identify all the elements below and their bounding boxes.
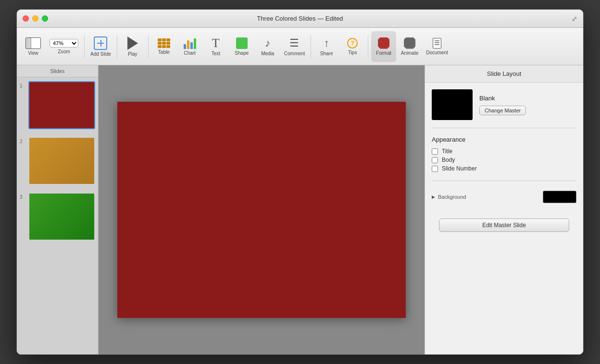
body-checkbox-row: Body (432, 156, 576, 164)
slide-item-2[interactable]: 2 (17, 133, 98, 189)
slide-thumbnail-3[interactable] (28, 193, 95, 241)
fullscreen-button[interactable]: ⤢ (572, 15, 577, 23)
canvas-area[interactable] (99, 65, 425, 354)
right-panel-content: Blank Change Master Appearance Title Bod… (425, 83, 583, 239)
zoom-label: Zoom (58, 49, 70, 54)
layout-preview-thumbnail (432, 89, 473, 120)
media-button[interactable]: ♪ Media (255, 31, 280, 62)
comment-label: Comment (284, 51, 305, 56)
title-checkbox[interactable] (432, 148, 438, 155)
play-button[interactable]: Play (120, 31, 145, 62)
document-icon (433, 38, 441, 49)
toolbar: View 47% 50% 75% 100% Zoom Add Slide Pla… (17, 28, 583, 65)
chart-label: Chart (184, 50, 196, 56)
comment-button[interactable]: ☰ Comment (281, 31, 308, 62)
slide-thumbnail-2[interactable] (28, 137, 95, 185)
chart-button[interactable]: Chart (177, 31, 202, 62)
view-label: View (28, 50, 38, 56)
slide-canvas[interactable] (117, 102, 406, 318)
comment-icon: ☰ (289, 37, 299, 49)
maximize-button[interactable] (42, 15, 48, 22)
document-label: Document (426, 50, 448, 55)
background-color-swatch[interactable] (543, 191, 576, 203)
background-disclosure[interactable]: ▶ Background (432, 194, 466, 200)
slide-number-checkbox-row: Slide Number (432, 164, 576, 173)
toolbar-separator-3 (148, 35, 149, 58)
slide-number-3: 3 (20, 193, 25, 200)
slide-thumbnail-1[interactable] (28, 81, 95, 129)
table-icon (158, 38, 170, 48)
slide-number-2: 2 (20, 137, 25, 144)
main-content: Slides 1 2 3 (17, 65, 583, 354)
slide-number-1: 1 (20, 81, 25, 88)
toolbar-separator-1 (84, 35, 85, 58)
divider-1 (432, 128, 576, 128)
media-label: Media (261, 51, 274, 56)
layout-name: Blank (479, 95, 526, 102)
zoom-control[interactable]: 47% 50% 75% 100% Zoom (47, 31, 81, 62)
view-icon (25, 37, 41, 49)
slide-item-1[interactable]: 1 (17, 77, 98, 133)
slide-layout-header: Slide Layout (425, 65, 583, 83)
shape-icon (236, 37, 248, 49)
appearance-title: Appearance (432, 136, 576, 143)
play-label: Play (128, 51, 137, 57)
toolbar-separator-5 (368, 35, 368, 58)
share-icon: ↑ (324, 37, 329, 49)
shape-button[interactable]: Shape (229, 31, 254, 62)
shape-label: Shape (235, 50, 249, 56)
chart-icon (184, 37, 196, 49)
minimize-button[interactable] (32, 15, 38, 22)
animate-label: Animate (401, 50, 419, 56)
app-window: Three Colored Slides — Edited ⤢ View 47%… (16, 9, 584, 355)
divider-2 (432, 181, 576, 181)
close-button[interactable] (23, 15, 29, 22)
table-button[interactable]: Table (151, 31, 176, 62)
slides-header: Slides (17, 65, 98, 77)
slide-item-3[interactable]: 3 (17, 189, 98, 244)
slide-number-checkbox[interactable] (432, 166, 438, 172)
add-slide-button[interactable]: Add Slide (88, 31, 114, 62)
layout-info: Blank Change Master (479, 95, 526, 115)
play-icon (127, 36, 138, 50)
document-button[interactable]: Document (423, 31, 451, 62)
table-label: Table (158, 49, 170, 55)
format-icon (378, 37, 389, 49)
text-button[interactable]: T Text (203, 31, 228, 62)
media-icon: ♪ (265, 37, 270, 49)
body-checkbox-label: Body (442, 157, 455, 163)
text-icon: T (212, 37, 220, 49)
layout-preview-row: Blank Change Master (432, 89, 576, 120)
add-slide-label: Add Slide (90, 51, 111, 57)
add-slide-icon (94, 36, 107, 50)
share-label: Share (320, 51, 333, 56)
zoom-select[interactable]: 47% 50% 75% 100% (50, 39, 78, 48)
slide-number-checkbox-label: Slide Number (442, 165, 477, 172)
animate-button[interactable]: Animate (397, 31, 422, 62)
disclosure-triangle-icon: ▶ (432, 194, 435, 199)
body-checkbox[interactable] (432, 157, 438, 163)
window-controls (23, 15, 48, 22)
change-master-button[interactable]: Change Master (479, 106, 526, 115)
view-button[interactable]: View (21, 31, 46, 62)
background-section: ▶ Background (432, 189, 576, 205)
appearance-section: Appearance Title Body Slide Number (432, 136, 576, 173)
window-title: Three Colored Slides — Edited (257, 15, 343, 22)
animate-icon (404, 37, 415, 49)
titlebar: Three Colored Slides — Edited ⤢ (17, 10, 583, 28)
tips-label: Tips (348, 50, 357, 55)
format-button[interactable]: Format (371, 31, 396, 62)
edit-master-slide-button[interactable]: Edit Master Slide (439, 218, 569, 232)
text-label: Text (212, 51, 220, 56)
slides-panel: Slides 1 2 3 (17, 65, 99, 354)
right-panel: Slide Layout Blank Change Master Appeara… (425, 65, 583, 354)
title-checkbox-label: Title (442, 148, 452, 155)
toolbar-separator-2 (117, 35, 117, 58)
share-button[interactable]: ↑ Share (314, 31, 339, 62)
title-checkbox-row: Title (432, 147, 576, 156)
tips-icon: ? (347, 38, 358, 49)
background-label: Background (438, 194, 466, 200)
toolbar-separator-4 (311, 35, 311, 58)
tips-button[interactable]: ? Tips (340, 31, 365, 62)
format-label: Format (376, 50, 391, 56)
